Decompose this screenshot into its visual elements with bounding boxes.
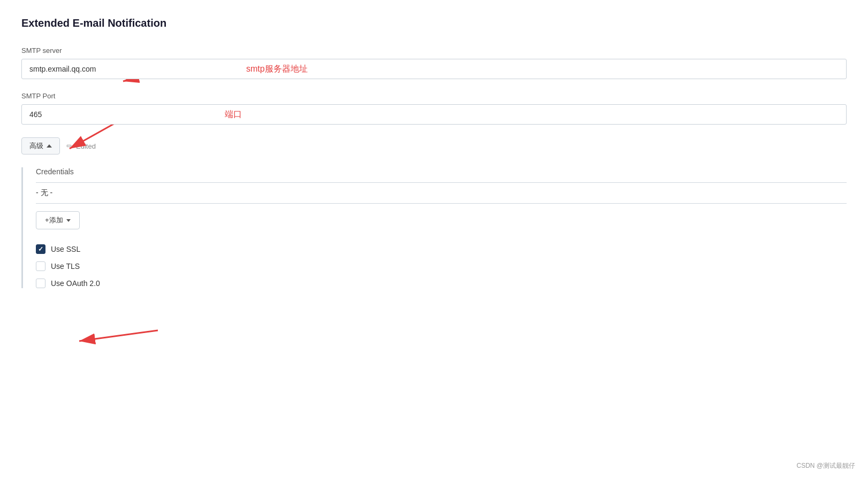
watermark: CSDN @测试最靓仔 [796, 461, 855, 470]
svg-line-5 [79, 330, 158, 341]
edited-indicator: ✏ Edited [66, 142, 96, 150]
credentials-section: Credentials - 无 - +添加 ✓ Use SSL Use TLS … [21, 167, 847, 288]
use-ssl-label: Use SSL [51, 245, 80, 253]
credentials-value: - 无 - [36, 182, 847, 204]
smtp-server-label: SMTP server [21, 47, 847, 55]
page-title: Extended E-mail Notification [21, 17, 847, 29]
checkmark-icon: ✓ [38, 246, 43, 252]
advanced-button-label: 高级 [29, 141, 43, 151]
chevron-up-icon [47, 144, 52, 148]
edit-icon: ✏ [66, 142, 73, 150]
smtp-server-group: SMTP server smtp服务器地址 [21, 47, 847, 79]
use-oauth-label: Use OAuth 2.0 [51, 279, 100, 288]
credentials-title: Credentials [36, 167, 847, 176]
add-button-label: +添加 [45, 215, 63, 225]
use-oauth-checkbox[interactable] [36, 279, 45, 288]
smtp-port-label: SMTP Port [21, 92, 847, 100]
edited-text: Edited [76, 142, 96, 150]
use-tls-row[interactable]: Use TLS [36, 261, 847, 271]
smtp-port-group: SMTP Port 端口 [21, 92, 847, 125]
use-tls-checkbox[interactable] [36, 261, 45, 271]
smtp-port-input[interactable] [21, 104, 847, 125]
advanced-button[interactable]: 高级 [21, 137, 60, 154]
use-tls-label: Use TLS [51, 262, 80, 271]
page-container: Extended E-mail Notification SMTP server… [0, 0, 868, 479]
use-oauth-row[interactable]: Use OAuth 2.0 [36, 279, 847, 288]
checkbox-group: ✓ Use SSL Use TLS Use OAuth 2.0 [36, 244, 847, 288]
chevron-down-icon [66, 219, 71, 222]
use-ssl-checkbox[interactable]: ✓ [36, 244, 45, 254]
use-ssl-row[interactable]: ✓ Use SSL [36, 244, 847, 254]
smtp-server-input[interactable] [21, 59, 847, 79]
add-button[interactable]: +添加 [36, 211, 80, 229]
advanced-row: 高级 ✏ Edited [21, 137, 847, 154]
